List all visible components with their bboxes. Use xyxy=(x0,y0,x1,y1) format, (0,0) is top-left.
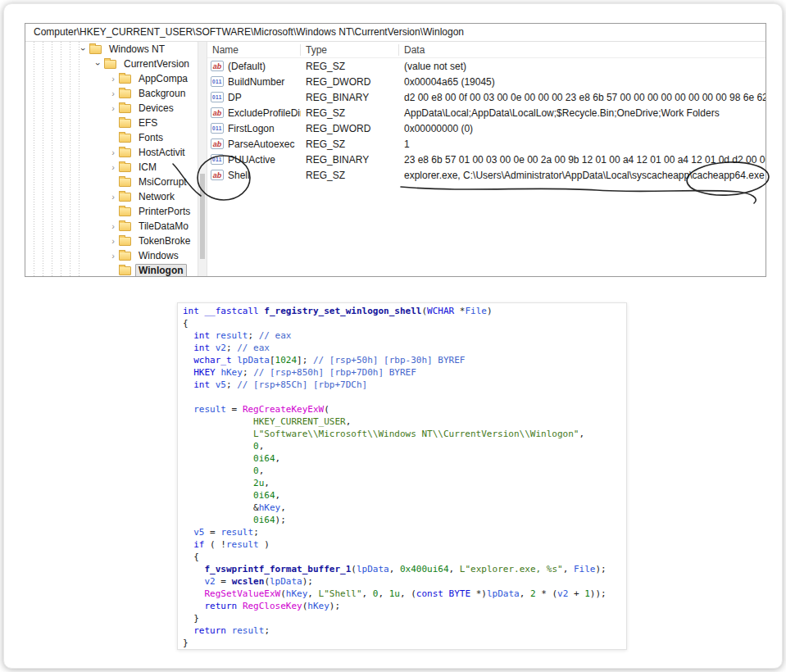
registry-value-row[interactable]: abExcludeProfileDirsREG_SZAppData\Local;… xyxy=(207,105,766,120)
tree-item-label: HostActivit xyxy=(135,146,189,159)
tree-item-fonts[interactable]: Fonts xyxy=(25,130,207,145)
decompiler-panel: int __fastcall f_registry_set_winlogon_s… xyxy=(177,302,627,650)
value-type: REG_SZ xyxy=(301,170,399,181)
value-data: explorer.exe, C:\Users\Administrator\App… xyxy=(399,170,766,181)
value-data: (value not set) xyxy=(399,61,766,72)
tree-item-appcompa[interactable]: ›AppCompa xyxy=(25,71,207,86)
tree-scrollbar[interactable] xyxy=(198,42,207,277)
string-value-icon: ab xyxy=(211,107,224,118)
address-bar[interactable]: Computer\HKEY_CURRENT_USER\SOFTWARE\Micr… xyxy=(25,24,766,42)
registry-tree-pane: ›Windows NT›CurrentVersion›AppCompa›Back… xyxy=(25,42,207,277)
chevron-right-icon[interactable]: › xyxy=(107,89,119,98)
value-name: (Default) xyxy=(228,61,266,72)
registry-body: ›Windows NT›CurrentVersion›AppCompa›Back… xyxy=(25,42,766,277)
chevron-right-icon[interactable]: › xyxy=(107,162,119,172)
pseudocode-listing: int __fastcall f_registry_set_winlogon_s… xyxy=(183,305,621,649)
chevron-down-icon[interactable]: › xyxy=(79,43,89,55)
folder-icon xyxy=(119,163,131,172)
tree-item-efs[interactable]: EFS xyxy=(25,116,207,130)
tree-item-label: Winlogon xyxy=(135,264,187,277)
code-line: int __fastcall f_registry_set_winlogon_s… xyxy=(183,305,621,317)
folder-icon xyxy=(89,45,102,54)
value-type: REG_SZ xyxy=(301,138,399,150)
registry-value-row[interactable]: 011FirstLogonREG_DWORD0x00000000 (0) xyxy=(207,120,766,136)
chevron-right-icon[interactable]: › xyxy=(107,74,119,84)
value-data: AppData\Local;AppData\LocalLow;$Recycle.… xyxy=(399,107,766,119)
string-value-icon: ab xyxy=(211,61,224,71)
tree-item-network[interactable]: ›Network xyxy=(25,189,207,204)
tree-scrollbar-thumb[interactable] xyxy=(200,174,205,259)
code-line: int result; // eax xyxy=(183,329,621,342)
value-name: ExcludeProfileDirs xyxy=(228,107,301,119)
tree-item-hostactivit[interactable]: ›HostActivit xyxy=(25,145,207,160)
value-name-cell: 011DP xyxy=(207,92,301,103)
chevron-right-icon[interactable]: › xyxy=(107,236,119,246)
folder-icon xyxy=(119,207,131,216)
code-line: L"Software\\Microsoft\\Windows NT\\Curre… xyxy=(183,428,621,440)
column-header-name[interactable]: Name xyxy=(207,44,301,56)
binary-value-icon: 011 xyxy=(211,154,224,165)
column-header-data[interactable]: Data xyxy=(399,44,766,56)
tree-item-winlogon[interactable]: Winlogon xyxy=(25,263,207,277)
chevron-right-icon[interactable]: › xyxy=(107,103,119,113)
tree-item-label: Devices xyxy=(135,102,177,115)
code-line: return result; xyxy=(183,624,621,637)
code-line: 0, xyxy=(183,440,621,452)
value-name-cell: 011BuildNumber xyxy=(207,76,301,88)
tree-item-backgroun[interactable]: ›Backgroun xyxy=(25,86,207,101)
folder-icon xyxy=(119,104,131,113)
tree-item-devices[interactable]: ›Devices xyxy=(25,101,207,116)
folder-icon xyxy=(119,237,131,246)
code-line: 0, xyxy=(183,465,621,477)
tree-item-label: CurrentVersion xyxy=(120,57,193,70)
tree-item-tokenbroke[interactable]: ›TokenBroke xyxy=(25,234,207,248)
value-name-cell: abParseAutoexec xyxy=(207,138,301,150)
registry-value-row[interactable]: ab(Default)REG_SZ(value not set) xyxy=(207,58,766,74)
registry-value-row[interactable]: 011PUUActiveREG_BINARY23 e8 6b 57 01 00 … xyxy=(207,152,766,167)
tree-item-icm[interactable]: ›ICM xyxy=(25,160,207,175)
binary-value-icon: 011 xyxy=(211,123,224,134)
registry-value-row[interactable]: abShellREG_SZexplorer.exe, C:\Users\Admi… xyxy=(207,167,766,183)
code-line: if ( !result ) xyxy=(183,538,621,551)
code-line: int v5; // [rsp+85Ch] [rbp+7DCh] xyxy=(183,379,621,391)
chevron-right-icon[interactable]: › xyxy=(107,251,119,261)
value-name-cell: 011FirstLogon xyxy=(207,123,301,134)
code-line: } xyxy=(183,637,621,649)
folder-icon xyxy=(104,60,116,69)
tree-item-currentversion[interactable]: ›CurrentVersion xyxy=(25,57,207,71)
binary-value-icon: 011 xyxy=(211,92,224,102)
value-name: FirstLogon xyxy=(228,123,275,134)
code-line: v2 = wcslen(lpData); xyxy=(183,575,621,588)
column-header-type[interactable]: Type xyxy=(301,44,399,56)
chevron-down-icon[interactable]: › xyxy=(93,58,103,70)
code-line: 0i64); xyxy=(183,514,621,526)
value-type: REG_DWORD xyxy=(301,123,399,134)
tree-item-label: Windows xyxy=(135,249,182,262)
value-data: 0x00000000 (0) xyxy=(399,123,766,134)
code-line: 0i64, xyxy=(183,489,621,502)
value-name: Shell xyxy=(228,170,250,181)
tree-item-msicorrupt[interactable]: MsiCorrupt xyxy=(25,175,207,189)
code-line: int v2; // eax xyxy=(183,342,621,354)
tree-item-label: EFS xyxy=(135,116,161,129)
tree-item-windows[interactable]: ›Windows xyxy=(25,248,207,263)
chevron-right-icon[interactable]: › xyxy=(107,221,119,231)
tree-item-label: Network xyxy=(135,190,178,203)
code-line xyxy=(183,391,621,403)
folder-icon xyxy=(119,178,131,187)
chevron-right-icon[interactable]: › xyxy=(107,192,119,202)
registry-value-row[interactable]: abParseAutoexecREG_SZ1 xyxy=(207,136,766,152)
registry-value-row[interactable]: 011DPREG_BINARYd2 00 e8 00 0f 00 03 00 0… xyxy=(207,89,766,105)
code-line: { xyxy=(183,317,621,329)
tree-item-printerports[interactable]: PrinterPorts xyxy=(25,204,207,219)
value-name: DP xyxy=(228,92,242,103)
value-name-cell: abExcludeProfileDirs xyxy=(207,107,301,119)
tree-item-windows-nt[interactable]: ›Windows NT xyxy=(25,42,207,57)
value-name-cell: abShell xyxy=(207,170,301,181)
folder-icon xyxy=(119,89,131,98)
chevron-right-icon[interactable]: › xyxy=(107,148,119,157)
registry-value-row[interactable]: 011BuildNumberREG_DWORD0x00004a65 (19045… xyxy=(207,74,766,89)
folder-icon xyxy=(119,119,131,128)
tree-item-tiledatamo[interactable]: ›TileDataMo xyxy=(25,219,207,234)
tree-item-label: TileDataMo xyxy=(135,220,192,233)
